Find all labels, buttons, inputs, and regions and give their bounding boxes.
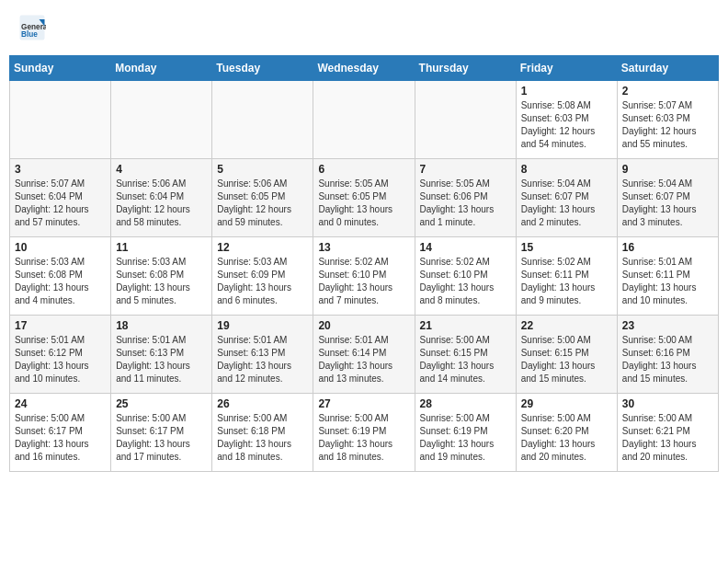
day-info: Sunrise: 5:01 AM Sunset: 6:14 PM Dayligh… bbox=[318, 334, 409, 385]
day-info: Sunrise: 5:01 AM Sunset: 6:11 PM Dayligh… bbox=[622, 256, 713, 307]
day-number: 29 bbox=[521, 397, 612, 410]
calendar-day-cell: 18Sunrise: 5:01 AM Sunset: 6:13 PM Dayli… bbox=[111, 316, 212, 394]
calendar-day-cell: 12Sunrise: 5:03 AM Sunset: 6:09 PM Dayli… bbox=[212, 237, 313, 316]
day-number: 26 bbox=[217, 397, 308, 410]
day-info: Sunrise: 5:08 AM Sunset: 6:03 PM Dayligh… bbox=[521, 99, 612, 151]
calendar-day-cell: 19Sunrise: 5:01 AM Sunset: 6:13 PM Dayli… bbox=[212, 316, 313, 394]
day-number: 15 bbox=[521, 241, 612, 254]
calendar-day-cell: 30Sunrise: 5:00 AM Sunset: 6:21 PM Dayli… bbox=[617, 394, 718, 472]
day-info: Sunrise: 5:07 AM Sunset: 6:03 PM Dayligh… bbox=[622, 99, 713, 151]
day-info: Sunrise: 5:01 AM Sunset: 6:12 PM Dayligh… bbox=[15, 334, 106, 385]
day-number: 19 bbox=[217, 319, 308, 332]
logo-icon: General Blue bbox=[18, 14, 46, 41]
calendar-day-cell: 5Sunrise: 5:06 AM Sunset: 6:05 PM Daylig… bbox=[212, 159, 313, 237]
day-info: Sunrise: 5:00 AM Sunset: 6:17 PM Dayligh… bbox=[15, 412, 106, 464]
day-info: Sunrise: 5:07 AM Sunset: 6:04 PM Dayligh… bbox=[15, 178, 106, 229]
weekday-header: Sunday bbox=[10, 56, 111, 81]
calendar-day-cell: 8Sunrise: 5:04 AM Sunset: 6:07 PM Daylig… bbox=[516, 159, 617, 237]
day-number: 17 bbox=[15, 319, 106, 332]
calendar-day-cell: 10Sunrise: 5:03 AM Sunset: 6:08 PM Dayli… bbox=[10, 237, 111, 316]
day-info: Sunrise: 5:05 AM Sunset: 6:06 PM Dayligh… bbox=[420, 178, 511, 229]
calendar-day-cell: 1Sunrise: 5:08 AM Sunset: 6:03 PM Daylig… bbox=[516, 81, 617, 159]
day-number: 16 bbox=[622, 241, 713, 254]
weekday-header: Tuesday bbox=[212, 56, 313, 81]
day-number: 8 bbox=[521, 163, 612, 176]
day-number: 23 bbox=[622, 319, 713, 332]
day-info: Sunrise: 5:00 AM Sunset: 6:19 PM Dayligh… bbox=[318, 412, 409, 464]
day-number: 27 bbox=[318, 397, 409, 410]
day-number: 14 bbox=[420, 241, 511, 254]
day-number: 5 bbox=[217, 163, 308, 176]
calendar-day-cell: 21Sunrise: 5:00 AM Sunset: 6:15 PM Dayli… bbox=[415, 316, 516, 394]
day-info: Sunrise: 5:00 AM Sunset: 6:16 PM Dayligh… bbox=[622, 334, 713, 385]
day-number: 11 bbox=[116, 241, 207, 254]
day-number: 13 bbox=[318, 241, 409, 254]
calendar-day-cell: 26Sunrise: 5:00 AM Sunset: 6:18 PM Dayli… bbox=[212, 394, 313, 472]
calendar-day-cell: 17Sunrise: 5:01 AM Sunset: 6:12 PM Dayli… bbox=[10, 316, 111, 394]
day-number: 4 bbox=[116, 163, 207, 176]
calendar-day-cell: 13Sunrise: 5:02 AM Sunset: 6:10 PM Dayli… bbox=[313, 237, 415, 316]
weekday-header: Monday bbox=[111, 56, 212, 81]
day-number: 2 bbox=[622, 85, 713, 98]
calendar-table: SundayMondayTuesdayWednesdayThursdayFrid… bbox=[9, 55, 719, 472]
calendar-week-row: 3Sunrise: 5:07 AM Sunset: 6:04 PM Daylig… bbox=[10, 159, 719, 237]
day-info: Sunrise: 5:01 AM Sunset: 6:13 PM Dayligh… bbox=[116, 334, 207, 385]
calendar-day-cell: 6Sunrise: 5:05 AM Sunset: 6:05 PM Daylig… bbox=[313, 159, 415, 237]
day-number: 25 bbox=[116, 397, 207, 410]
calendar-day-cell: 3Sunrise: 5:07 AM Sunset: 6:04 PM Daylig… bbox=[10, 159, 111, 237]
day-number: 30 bbox=[622, 397, 713, 410]
day-info: Sunrise: 5:04 AM Sunset: 6:07 PM Dayligh… bbox=[622, 178, 713, 229]
day-number: 24 bbox=[15, 397, 106, 410]
day-info: Sunrise: 5:04 AM Sunset: 6:07 PM Dayligh… bbox=[521, 178, 612, 229]
calendar-day-cell: 11Sunrise: 5:03 AM Sunset: 6:08 PM Dayli… bbox=[111, 237, 212, 316]
day-number: 9 bbox=[622, 163, 713, 176]
calendar-header-row: SundayMondayTuesdayWednesdayThursdayFrid… bbox=[10, 56, 719, 81]
day-info: Sunrise: 5:02 AM Sunset: 6:10 PM Dayligh… bbox=[318, 256, 409, 307]
calendar-day-cell: 2Sunrise: 5:07 AM Sunset: 6:03 PM Daylig… bbox=[617, 81, 718, 159]
calendar-day-cell: 28Sunrise: 5:00 AM Sunset: 6:19 PM Dayli… bbox=[415, 394, 516, 472]
calendar-day-cell bbox=[313, 81, 415, 159]
day-info: Sunrise: 5:02 AM Sunset: 6:11 PM Dayligh… bbox=[521, 256, 612, 307]
day-number: 3 bbox=[15, 163, 106, 176]
day-info: Sunrise: 5:06 AM Sunset: 6:05 PM Dayligh… bbox=[217, 178, 308, 229]
calendar-day-cell: 15Sunrise: 5:02 AM Sunset: 6:11 PM Dayli… bbox=[516, 237, 617, 316]
calendar-day-cell: 24Sunrise: 5:00 AM Sunset: 6:17 PM Dayli… bbox=[10, 394, 111, 472]
calendar-day-cell: 7Sunrise: 5:05 AM Sunset: 6:06 PM Daylig… bbox=[415, 159, 516, 237]
calendar-day-cell bbox=[415, 81, 516, 159]
day-info: Sunrise: 5:03 AM Sunset: 6:08 PM Dayligh… bbox=[15, 256, 106, 307]
day-info: Sunrise: 5:00 AM Sunset: 6:15 PM Dayligh… bbox=[420, 334, 511, 385]
day-info: Sunrise: 5:02 AM Sunset: 6:10 PM Dayligh… bbox=[420, 256, 511, 307]
day-number: 22 bbox=[521, 319, 612, 332]
calendar-day-cell: 9Sunrise: 5:04 AM Sunset: 6:07 PM Daylig… bbox=[617, 159, 718, 237]
calendar-week-row: 24Sunrise: 5:00 AM Sunset: 6:17 PM Dayli… bbox=[10, 394, 719, 472]
calendar-day-cell bbox=[212, 81, 313, 159]
weekday-header: Wednesday bbox=[313, 56, 415, 81]
weekday-header: Friday bbox=[516, 56, 617, 81]
day-number: 7 bbox=[420, 163, 511, 176]
calendar-day-cell: 29Sunrise: 5:00 AM Sunset: 6:20 PM Dayli… bbox=[516, 394, 617, 472]
day-info: Sunrise: 5:00 AM Sunset: 6:15 PM Dayligh… bbox=[521, 334, 612, 385]
day-number: 21 bbox=[420, 319, 511, 332]
svg-text:Blue: Blue bbox=[21, 30, 38, 39]
calendar-day-cell: 14Sunrise: 5:02 AM Sunset: 6:10 PM Dayli… bbox=[415, 237, 516, 316]
day-info: Sunrise: 5:06 AM Sunset: 6:04 PM Dayligh… bbox=[116, 178, 207, 229]
day-number: 20 bbox=[318, 319, 409, 332]
day-info: Sunrise: 5:00 AM Sunset: 6:21 PM Dayligh… bbox=[622, 412, 713, 464]
day-info: Sunrise: 5:00 AM Sunset: 6:19 PM Dayligh… bbox=[420, 412, 511, 464]
calendar-day-cell bbox=[10, 81, 111, 159]
calendar-day-cell: 27Sunrise: 5:00 AM Sunset: 6:19 PM Dayli… bbox=[313, 394, 415, 472]
day-info: Sunrise: 5:00 AM Sunset: 6:20 PM Dayligh… bbox=[521, 412, 612, 464]
day-info: Sunrise: 5:01 AM Sunset: 6:13 PM Dayligh… bbox=[217, 334, 308, 385]
calendar-day-cell: 16Sunrise: 5:01 AM Sunset: 6:11 PM Dayli… bbox=[617, 237, 718, 316]
day-info: Sunrise: 5:03 AM Sunset: 6:08 PM Dayligh… bbox=[116, 256, 207, 307]
day-info: Sunrise: 5:03 AM Sunset: 6:09 PM Dayligh… bbox=[217, 256, 308, 307]
day-number: 12 bbox=[217, 241, 308, 254]
day-info: Sunrise: 5:05 AM Sunset: 6:05 PM Dayligh… bbox=[318, 178, 409, 229]
calendar-day-cell: 20Sunrise: 5:01 AM Sunset: 6:14 PM Dayli… bbox=[313, 316, 415, 394]
calendar-week-row: 17Sunrise: 5:01 AM Sunset: 6:12 PM Dayli… bbox=[10, 316, 719, 394]
day-info: Sunrise: 5:00 AM Sunset: 6:18 PM Dayligh… bbox=[217, 412, 308, 464]
calendar-day-cell: 22Sunrise: 5:00 AM Sunset: 6:15 PM Dayli… bbox=[516, 316, 617, 394]
calendar-week-row: 1Sunrise: 5:08 AM Sunset: 6:03 PM Daylig… bbox=[10, 81, 719, 159]
logo: General Blue bbox=[18, 14, 50, 41]
day-number: 28 bbox=[420, 397, 511, 410]
